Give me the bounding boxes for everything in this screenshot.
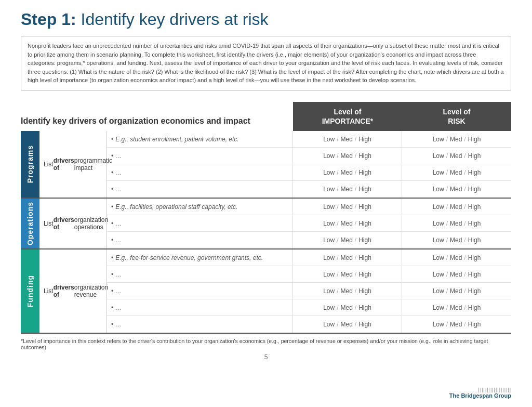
section-desc-0: List drivers of programmatic impact [39, 131, 107, 198]
table-header-row: Identify key drivers of organization eco… [21, 102, 511, 131]
page-title: Step 1: Identify key drivers at risk [21, 10, 511, 29]
entry-text-2-1: • … [107, 266, 293, 282]
risk-rating-2-4: Low / Med / High [402, 316, 511, 333]
entry-row-2-3: • …Low / Med / HighLow / Med / High [107, 299, 511, 316]
band-col-0: Programs [21, 131, 39, 198]
importance-rating-2-1: Low / Med / High [293, 266, 402, 282]
sections-container: ProgramsList drivers of programmatic imp… [21, 131, 511, 334]
entry-row-1-1: • …Low / Med / HighLow / Med / High [107, 215, 511, 232]
intro-box: Nonprofit leaders face an unprecedented … [21, 36, 511, 90]
entry-text-0-1: • … [107, 148, 293, 164]
risk-rating-0-0: Low / Med / High [402, 131, 511, 147]
importance-rating-2-4: Low / Med / High [293, 316, 402, 333]
section-desc-2: List drivers of organization revenue [39, 250, 107, 333]
band-col-1: Operations [21, 199, 39, 248]
band-label-2: Funding [26, 275, 34, 307]
entry-text-0-0: • E.g., student enrollment, patient volu… [107, 131, 293, 147]
risk-rating-2-3: Low / Med / High [402, 299, 511, 316]
importance-rating-1-2: Low / Med / High [293, 232, 402, 248]
title-rest: Identify key drivers at risk [76, 10, 269, 29]
section-row-2: FundingList drivers of organization reve… [21, 250, 511, 334]
section-desc-1: List drivers of organization operations [39, 199, 107, 248]
entries-col-1: • E.g., facilities, operational staff ca… [107, 199, 511, 248]
entries-col-0: • E.g., student enrollment, patient volu… [107, 131, 511, 198]
entry-text-1-2: • … [107, 232, 293, 248]
risk-rating-0-2: Low / Med / High [402, 164, 511, 180]
importance-rating-2-3: Low / Med / High [293, 299, 402, 316]
risk-rating-1-2: Low / Med / High [402, 232, 511, 248]
page-number: 5 [21, 353, 511, 361]
risk-header: Level of RISK [402, 102, 511, 131]
entry-text-0-2: • … [107, 164, 293, 180]
section-row-0: ProgramsList drivers of programmatic imp… [21, 131, 511, 199]
entry-text-2-0: • E.g., fee-for-service revenue, governm… [107, 250, 293, 266]
entry-text-1-0: • E.g., facilities, operational staff ca… [107, 199, 293, 215]
entry-text-2-2: • … [107, 283, 293, 299]
risk-rating-2-1: Low / Med / High [402, 266, 511, 282]
band-label-1: Operations [26, 202, 34, 245]
entry-row-1-2: • …Low / Med / HighLow / Med / High [107, 232, 511, 248]
intro-text: Nonprofit leaders face an unprecedented … [28, 42, 504, 85]
identify-header-text: Identify key drivers of organization eco… [21, 116, 250, 126]
entry-row-2-0: • E.g., fee-for-service revenue, governm… [107, 250, 511, 266]
entry-text-2-3: • … [107, 299, 293, 316]
importance-rating-0-3: Low / Med / High [293, 181, 402, 198]
bridgespan-logo: ||||||||||||||||||| The Bridgespan Group [449, 387, 511, 399]
risk-rating-1-0: Low / Med / High [402, 199, 511, 215]
title-step: Step 1: [21, 10, 76, 29]
main-table-container: Identify key drivers of organization eco… [21, 102, 511, 334]
risk-rating-0-3: Low / Med / High [402, 181, 511, 198]
risk-line1: Level of [443, 108, 471, 116]
importance-rating-0-1: Low / Med / High [293, 148, 402, 164]
section-row-1: OperationsList drivers of organization o… [21, 199, 511, 250]
logo-name: The Bridgespan Group [449, 392, 511, 399]
importance-line2: IMPORTANCE* [322, 117, 374, 125]
entry-row-2-2: • …Low / Med / HighLow / Med / High [107, 283, 511, 299]
entry-row-2-1: • …Low / Med / HighLow / Med / High [107, 266, 511, 283]
importance-rating-2-0: Low / Med / High [293, 250, 402, 266]
importance-rating-1-1: Low / Med / High [293, 215, 402, 231]
band-label-0: Programs [26, 145, 34, 183]
importance-rating-2-2: Low / Med / High [293, 283, 402, 299]
page-num-text: 5 [264, 353, 268, 361]
importance-rating-0-2: Low / Med / High [293, 164, 402, 180]
entry-row-2-4: • …Low / Med / HighLow / Med / High [107, 316, 511, 333]
importance-header: Level of IMPORTANCE* [293, 102, 402, 131]
footer-note: *Level of importance in this context ref… [21, 338, 511, 350]
risk-rating-1-1: Low / Med / High [402, 215, 511, 231]
importance-line1: Level of [334, 108, 362, 116]
entry-row-0-2: • …Low / Med / HighLow / Med / High [107, 164, 511, 181]
entry-text-2-4: • … [107, 316, 293, 333]
footer-note-text: *Level of importance in this context ref… [21, 338, 488, 350]
logo-bars: ||||||||||||||||||| [478, 387, 511, 392]
identify-header: Identify key drivers of organization eco… [21, 102, 293, 131]
entry-row-0-1: • …Low / Med / HighLow / Med / High [107, 148, 511, 164]
entry-text-1-1: • … [107, 215, 293, 231]
entries-col-2: • E.g., fee-for-service revenue, governm… [107, 250, 511, 333]
risk-rating-2-2: Low / Med / High [402, 283, 511, 299]
risk-rating-2-0: Low / Med / High [402, 250, 511, 266]
risk-rating-0-1: Low / Med / High [402, 148, 511, 164]
entry-row-0-3: • …Low / Med / HighLow / Med / High [107, 181, 511, 198]
importance-rating-1-0: Low / Med / High [293, 199, 402, 215]
risk-line2: RISK [448, 117, 465, 125]
entry-text-0-3: • … [107, 181, 293, 198]
band-col-2: Funding [21, 250, 39, 333]
entry-row-0-0: • E.g., student enrollment, patient volu… [107, 131, 511, 148]
entry-row-1-0: • E.g., facilities, operational staff ca… [107, 199, 511, 215]
importance-rating-0-0: Low / Med / High [293, 131, 402, 147]
